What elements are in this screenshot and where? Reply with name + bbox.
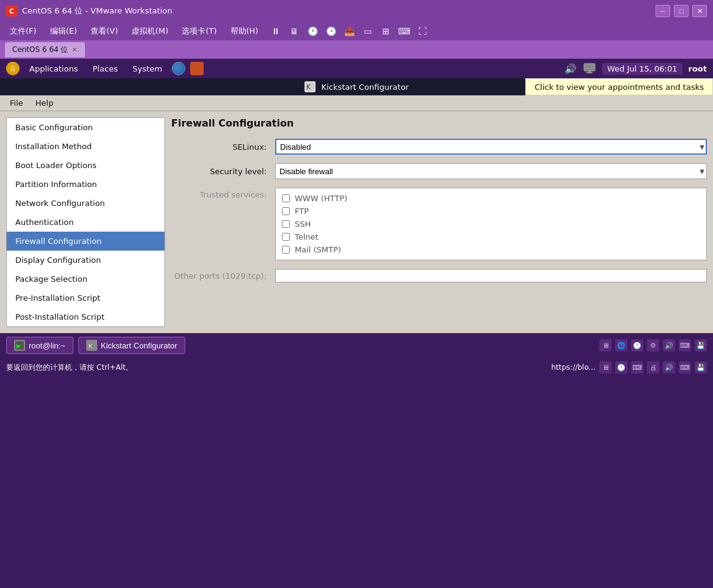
sidebar: Basic Configuration Installation Method … — [6, 117, 165, 327]
console-button[interactable]: ⌨ — [396, 24, 412, 38]
snapshot-button[interactable]: 🕐 — [305, 24, 320, 38]
sidebar-item-boot-loader-options[interactable]: Boot Loader Options — [7, 156, 164, 175]
monitor-taskbar-icon: 🖥 — [599, 339, 611, 351]
selinux-label: SELinux: — [171, 142, 275, 152]
terminal-icon: ▶ — [14, 340, 25, 351]
sidebar-item-firewall-configuration[interactable]: Firewall Configuration — [7, 232, 164, 251]
globe-icon — [172, 62, 185, 75]
volume-taskbar-icon: 🔊 — [663, 339, 675, 351]
menu-view[interactable]: 查看(V) — [84, 23, 124, 39]
svg-rect-5 — [585, 72, 586, 73]
statusbar-url: https://blo... — [551, 363, 596, 372]
service-telnet-row: Telnet — [282, 230, 700, 243]
service-telnet-label: Telnet — [295, 232, 319, 241]
gnome-logo: G — [6, 62, 20, 75]
trusted-services-label: Trusted services: — [171, 188, 275, 199]
security-level-row: Security level: Disable firewall ▼ — [171, 163, 707, 179]
svg-rect-2 — [584, 64, 595, 71]
statusbar-icon-1: 🖥 — [599, 361, 611, 373]
terminal-taskbar-button[interactable]: ▶ root@lin:~ — [6, 337, 73, 354]
menu-vm[interactable]: 虚拟机(M) — [125, 23, 174, 39]
other-ports-input[interactable] — [275, 269, 707, 282]
selinux-control-wrapper: Disabled ▼ — [275, 139, 707, 155]
menu-edit[interactable]: 编辑(E) — [44, 23, 83, 39]
statusbar-hint: 要返回到您的计算机，请按 Ctrl+Alt。 — [6, 362, 133, 373]
menu-tabs[interactable]: 选项卡(T) — [175, 23, 223, 39]
hat-icon — [190, 62, 204, 75]
service-ssh-row: SSH — [282, 218, 700, 230]
keyboard-taskbar-icon: ⌨ — [679, 339, 691, 351]
clock-taskbar-icon: 🕐 — [631, 339, 643, 351]
system-menu[interactable]: System — [128, 64, 167, 73]
close-button[interactable]: ✕ — [692, 5, 707, 17]
security-level-control-wrapper: Disable firewall ▼ — [275, 163, 707, 179]
fullscreen-button[interactable]: ⛶ — [415, 24, 430, 38]
network-icon[interactable] — [583, 61, 596, 76]
service-telnet-checkbox[interactable] — [282, 233, 290, 241]
ks-menu-help[interactable]: Help — [29, 97, 60, 109]
kickstart-icon: K — [305, 81, 316, 92]
volume-icon[interactable]: 🔊 — [564, 63, 577, 75]
sidebar-item-installation-method[interactable]: Installation Method — [7, 137, 164, 156]
statusbar-right: https://blo... 🖥 🕐 ⌨ 🖨 🔊 ⌨ 💾 — [551, 361, 707, 373]
section-title: Firewall Configuration — [171, 117, 707, 129]
ks-taskbar-button[interactable]: K Kickstart Configurator — [78, 337, 185, 354]
sidebar-item-package-selection[interactable]: Package Selection — [7, 270, 164, 288]
menu-file[interactable]: 文件(F) — [4, 23, 43, 39]
send-button[interactable]: 📤 — [341, 24, 357, 38]
service-ssh-checkbox[interactable] — [282, 220, 290, 228]
kickstart-window-title: Kickstart Configurator — [322, 83, 409, 92]
gnome-panel: G Applications Places System 🔊 Wed Jul 1… — [0, 59, 713, 78]
statusbar-icon-2: 🕐 — [615, 361, 627, 373]
applications-menu[interactable]: Applications — [24, 64, 83, 73]
clock[interactable]: Wed Jul 15, 06:01 — [602, 63, 682, 75]
selinux-select[interactable]: Disabled — [275, 139, 707, 155]
statusbar-icon-3: ⌨ — [631, 361, 643, 373]
sidebar-item-display-configuration[interactable]: Display Configuration — [7, 251, 164, 270]
settings-taskbar-icon: ⚙ — [647, 339, 659, 351]
kickstart-menubar: File Help — [0, 95, 713, 111]
security-level-select[interactable]: Disable firewall — [275, 163, 707, 179]
service-mail-row: Mail (SMTP) — [282, 243, 700, 256]
sidebar-item-pre-installation-script[interactable]: Pre-Installation Script — [7, 288, 164, 307]
sidebar-item-post-installation-script[interactable]: Post-Installation Script — [7, 307, 164, 326]
statusbar-icon-5: 🔊 — [663, 361, 675, 373]
taskbar-right: 🖥 🌐 🕐 ⚙ 🔊 ⌨ 💾 — [599, 339, 707, 351]
toolbar: ⏸ 🖥 🕐 🕑 📤 ▭ ⊞ ⌨ ⛶ — [268, 24, 430, 38]
service-www-label: WWW (HTTP) — [295, 194, 347, 203]
tab-close-button[interactable]: ✕ — [72, 46, 77, 54]
service-www-checkbox[interactable] — [282, 194, 290, 202]
sidebar-item-basic-configuration[interactable]: Basic Configuration — [7, 118, 164, 137]
titlebar: C CentOS 6 64 位 - VMware Workstation ─ □… — [0, 0, 713, 22]
ks-menu-file[interactable]: File — [4, 97, 29, 109]
split-button[interactable]: ⊞ — [378, 24, 394, 38]
kickstart-content: Basic Configuration Installation Method … — [0, 111, 713, 333]
trusted-services-row: Trusted services: WWW (HTTP) FTP SSH — [171, 188, 707, 260]
revert-button[interactable]: 🕑 — [323, 24, 339, 38]
service-mail-checkbox[interactable] — [282, 246, 290, 254]
other-ports-label: Other ports (1029:tcp): — [171, 271, 275, 281]
titlebar-controls: ─ □ ✕ — [656, 5, 707, 17]
tab-label: CentOS 6 64 位 — [12, 45, 68, 55]
sidebar-item-network-configuration[interactable]: Network Configuration — [7, 194, 164, 213]
tabbar: CentOS 6 64 位 ✕ — [0, 40, 713, 59]
sidebar-item-partition-information[interactable]: Partition Information — [7, 175, 164, 194]
menu-help[interactable]: 帮助(H) — [224, 23, 265, 39]
other-ports-row: Other ports (1029:tcp): — [171, 269, 707, 282]
username: root — [689, 64, 707, 73]
sidebar-item-authentication[interactable]: Authentication — [7, 213, 164, 232]
window-button[interactable]: ▭ — [360, 24, 375, 38]
network-taskbar-icon: 🌐 — [615, 339, 627, 351]
svg-text:G: G — [10, 65, 15, 72]
service-ftp-checkbox[interactable] — [282, 207, 290, 215]
right-panel: Firewall Configuration SELinux: Disabled… — [171, 117, 707, 327]
pause-button[interactable]: ⏸ — [268, 24, 284, 38]
vm-tab[interactable]: CentOS 6 64 位 ✕ — [5, 42, 85, 57]
places-menu[interactable]: Places — [87, 64, 122, 73]
service-ftp-row: FTP — [282, 205, 700, 218]
statusbar-icon-7: 💾 — [695, 361, 707, 373]
statusbar-icon-4: 🖨 — [647, 361, 659, 373]
minimize-button[interactable]: ─ — [656, 5, 670, 17]
maximize-button[interactable]: □ — [674, 5, 689, 17]
monitor-button[interactable]: 🖥 — [286, 24, 302, 38]
